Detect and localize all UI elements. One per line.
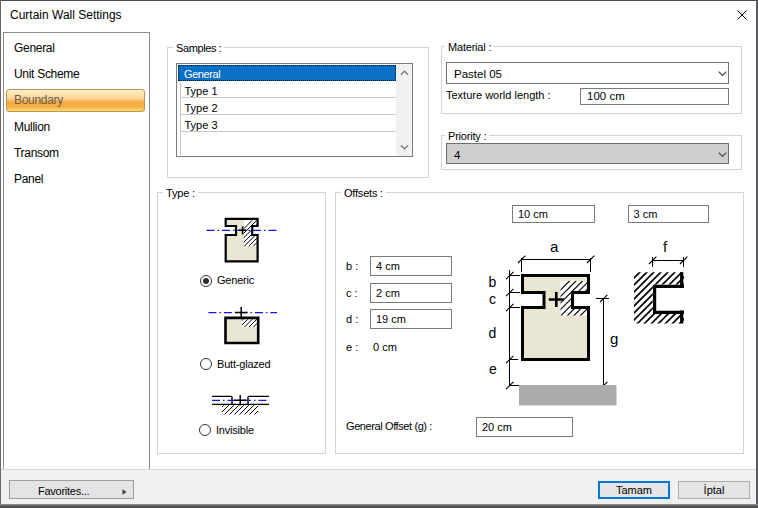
svg-text:e: e <box>489 361 497 377</box>
svg-text:c: c <box>489 291 496 307</box>
svg-text:d: d <box>489 325 497 341</box>
svg-text:b: b <box>489 274 497 290</box>
svg-text:a: a <box>550 238 559 255</box>
svg-text:f: f <box>663 238 668 255</box>
svg-text:g: g <box>610 330 618 347</box>
